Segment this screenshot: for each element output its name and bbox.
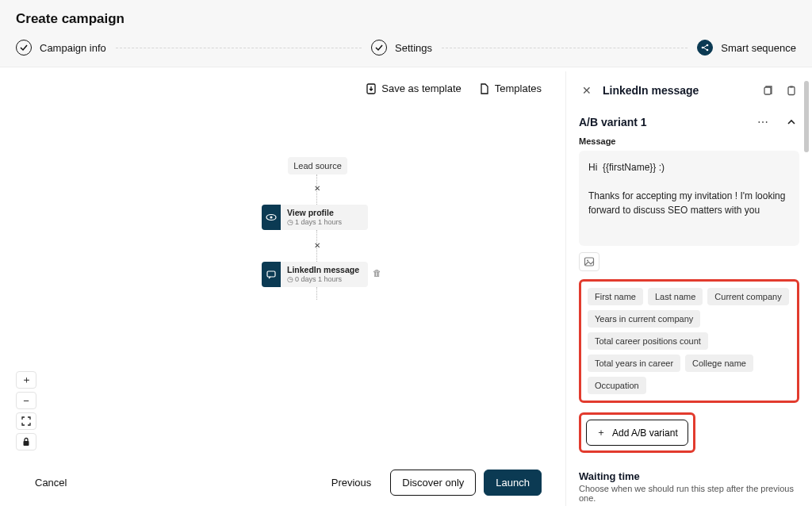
trash-icon[interactable]: 🗑 bbox=[373, 268, 381, 278]
zoom-out-button[interactable]: − bbox=[16, 392, 36, 409]
canvas-controls: ＋ − bbox=[16, 371, 36, 450]
stepper: Campaign info Settings Smart sequence bbox=[16, 40, 796, 67]
dynamic-vars-highlight: First name Last name Current company Yea… bbox=[579, 279, 799, 403]
copy-icon[interactable] bbox=[760, 82, 776, 98]
add-variant-highlight: ＋ Add A/B variant bbox=[579, 412, 695, 453]
footer: Cancel Previous Discover only Launch bbox=[0, 458, 565, 506]
svg-rect-10 bbox=[790, 86, 793, 88]
step-smart-sequence[interactable]: Smart sequence bbox=[697, 40, 796, 56]
panel-header: ✕ LinkedIn message bbox=[579, 82, 799, 98]
chevron-up-icon[interactable] bbox=[783, 114, 799, 130]
svg-rect-6 bbox=[267, 271, 275, 277]
variant-title: A/B variant 1 bbox=[579, 116, 647, 128]
svg-point-12 bbox=[587, 260, 588, 262]
canvas: Save as template Templates Lead source ✕ bbox=[0, 71, 566, 506]
label: Add A/B variant bbox=[612, 427, 678, 439]
close-icon[interactable]: ✕ bbox=[579, 82, 595, 98]
svg-rect-7 bbox=[24, 441, 29, 446]
svg-rect-8 bbox=[764, 87, 771, 94]
chip-years-current-company[interactable]: Years in current company bbox=[588, 310, 700, 328]
chip-first-name[interactable]: First name bbox=[588, 288, 643, 305]
more-icon[interactable]: ⋯ bbox=[755, 114, 771, 130]
sequence-icon bbox=[697, 40, 713, 56]
add-ab-variant-button[interactable]: ＋ Add A/B variant bbox=[586, 420, 688, 446]
fit-view-button[interactable] bbox=[16, 412, 36, 430]
step-label: Settings bbox=[395, 42, 432, 54]
step-settings[interactable]: Settings bbox=[371, 40, 432, 56]
step-connector bbox=[116, 48, 362, 48]
cancel-button[interactable]: Cancel bbox=[24, 470, 78, 495]
paste-icon[interactable] bbox=[783, 82, 799, 98]
step-label: Campaign info bbox=[40, 42, 106, 54]
waiting-time-section: Waiting time Choose when we should run t… bbox=[579, 470, 799, 506]
svg-point-0 bbox=[702, 47, 704, 49]
chip-total-positions[interactable]: Total career positions count bbox=[588, 332, 708, 350]
node-lead-source[interactable]: Lead source bbox=[288, 157, 347, 174]
zoom-in-button[interactable]: ＋ bbox=[16, 371, 36, 389]
step-campaign-info[interactable]: Campaign info bbox=[16, 40, 106, 56]
insert-image-button[interactable] bbox=[579, 252, 599, 271]
connector bbox=[316, 287, 318, 300]
check-icon bbox=[371, 40, 387, 56]
svg-point-5 bbox=[270, 216, 272, 218]
lock-button[interactable] bbox=[16, 433, 36, 450]
page-title: Create campaign bbox=[16, 11, 796, 27]
step-label: Smart sequence bbox=[721, 42, 796, 54]
node-linkedin-message[interactable]: LinkedIn message ◷0 days 1 hours bbox=[262, 262, 368, 287]
chip-last-name[interactable]: Last name bbox=[648, 288, 703, 305]
clock-icon: ◷ bbox=[287, 275, 293, 284]
node-title: View profile bbox=[287, 208, 342, 218]
dynamic-variable-chips: First name Last name Current company Yea… bbox=[588, 288, 791, 394]
flow-canvas[interactable]: Lead source ✕ View profile ◷1 days 1 hou… bbox=[0, 71, 565, 506]
panel-title: LinkedIn message bbox=[603, 84, 752, 97]
waiting-sub: Choose when we should run this step afte… bbox=[579, 484, 799, 503]
message-label: Message bbox=[579, 136, 799, 146]
header: Create campaign Campaign info Settings S… bbox=[0, 0, 812, 67]
discover-only-button[interactable]: Discover only bbox=[390, 470, 476, 496]
chip-current-company[interactable]: Current company bbox=[707, 288, 788, 305]
check-icon bbox=[16, 40, 32, 56]
chip-college-name[interactable]: College name bbox=[685, 355, 753, 372]
svg-rect-9 bbox=[788, 87, 795, 95]
scrollbar-thumb[interactable] bbox=[804, 81, 809, 152]
message-icon bbox=[262, 262, 281, 287]
waiting-title: Waiting time bbox=[579, 470, 799, 482]
side-panel: ✕ LinkedIn message A/B variant 1 ⋯ Messa… bbox=[566, 71, 812, 506]
step-connector bbox=[442, 48, 688, 48]
node-label: Lead source bbox=[293, 161, 342, 171]
node-view-profile[interactable]: View profile ◷1 days 1 hours bbox=[262, 205, 368, 230]
message-textarea[interactable]: Hi {{firstName}} :) Thanks for accepting… bbox=[579, 151, 799, 246]
chip-total-years-career[interactable]: Total years in career bbox=[588, 355, 680, 372]
remove-connector-icon[interactable]: ✕ bbox=[312, 182, 323, 194]
variant-header: A/B variant 1 ⋯ bbox=[579, 114, 799, 130]
remove-connector-icon[interactable]: ✕ bbox=[312, 240, 323, 251]
chip-occupation[interactable]: Occupation bbox=[588, 377, 646, 394]
previous-button[interactable]: Previous bbox=[320, 470, 383, 495]
node-title: LinkedIn message bbox=[287, 265, 359, 275]
plus-icon: ＋ bbox=[596, 426, 606, 439]
eye-icon bbox=[262, 205, 281, 230]
launch-button[interactable]: Launch bbox=[484, 470, 542, 496]
node-sub: 1 days 1 hours bbox=[295, 218, 342, 227]
clock-icon: ◷ bbox=[287, 218, 293, 227]
node-sub: 0 days 1 hours bbox=[295, 275, 342, 284]
